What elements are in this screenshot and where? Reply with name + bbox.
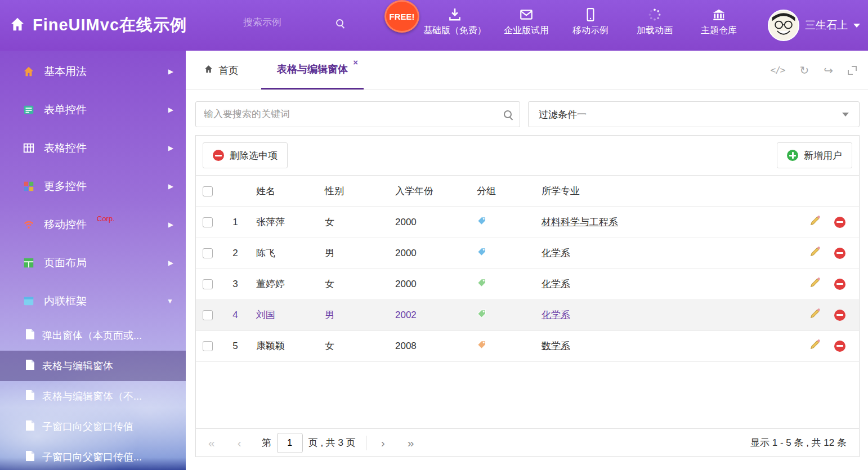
chevron-right-icon: ▶: [168, 182, 173, 190]
major-link[interactable]: 化学系: [542, 279, 570, 289]
edit-icon[interactable]: [809, 246, 821, 260]
row-checkbox[interactable]: [203, 217, 213, 227]
header-search: [243, 17, 359, 28]
sidebar-item-iframe[interactable]: 内联框架 ▼: [0, 282, 186, 320]
major-link[interactable]: 化学系: [542, 248, 570, 258]
sidebar-item-label: 表格控件: [44, 141, 87, 155]
tab-grid-edit-window[interactable]: 表格与编辑窗体 ×: [261, 51, 364, 89]
sidebar-subitem-child-to-parent[interactable]: 子窗口向父窗口传值: [0, 411, 186, 442]
nav-enterprise-trial[interactable]: 企业版试用: [502, 7, 551, 37]
nav-theme-repo[interactable]: 主题仓库: [695, 7, 743, 37]
chevron-down-icon: [853, 24, 860, 28]
filter-dropdown[interactable]: 过滤条件一: [528, 101, 860, 127]
tab-home[interactable]: 首页: [196, 51, 247, 89]
chevron-right-icon: ▶: [168, 259, 173, 267]
table-icon: [23, 142, 35, 154]
sidebar-subitem-child-to-parent-2[interactable]: 子窗口向父窗口传值...: [0, 442, 186, 470]
sidebar: 基本用法 ▶ 表单控件 ▶ 表格控件 ▶ 更多控件 ▶ 移动控件 Corp. ▶…: [0, 51, 186, 470]
row-checkbox[interactable]: [203, 279, 213, 289]
delete-selected-button[interactable]: 删除选中项: [203, 142, 288, 168]
major-link[interactable]: 数学系: [542, 341, 570, 351]
keyword-search-input[interactable]: [204, 109, 504, 120]
prev-page-button[interactable]: ‹: [238, 436, 241, 450]
sidebar-item-label: 更多控件: [44, 179, 87, 194]
nav-mobile-demo[interactable]: 移动示例: [566, 7, 615, 37]
app-title: FineUIMvc在线示例: [33, 14, 187, 37]
user-menu[interactable]: 三生石上: [768, 0, 860, 51]
keyword-search: [195, 101, 520, 127]
sidebar-subitem-grid-edit-window[interactable]: 表格与编辑窗体: [0, 351, 186, 381]
tag-icon[interactable]: [477, 247, 486, 257]
row-checkbox[interactable]: [203, 310, 213, 320]
tab-bar: 首页 表格与编辑窗体 × </> ↻ ↪: [186, 51, 868, 90]
sidebar-item-mobile-controls[interactable]: 移动控件 Corp. ▶: [0, 205, 186, 244]
table-row[interactable]: 3 董婷婷 女 2000 化学系: [196, 268, 859, 299]
row-checkbox[interactable]: [203, 248, 213, 258]
fullscreen-icon[interactable]: [848, 66, 857, 75]
sidebar-subitem-label: 表格与编辑窗体: [42, 359, 113, 373]
chevron-down-icon: [842, 113, 849, 117]
caret-down-icon: ▼: [167, 297, 173, 305]
tag-icon[interactable]: [477, 216, 486, 226]
cell-gender: 女: [316, 207, 387, 238]
tab-label: 表格与编辑窗体: [277, 62, 348, 76]
mail-icon: [519, 7, 534, 22]
major-link[interactable]: 化学系: [542, 310, 570, 320]
delete-icon[interactable]: [834, 310, 845, 321]
table-row[interactable]: 2 陈飞 男 2000 化学系: [196, 238, 859, 268]
sidebar-item-more-controls[interactable]: 更多控件 ▶: [0, 167, 186, 205]
sidebar-item-label: 移动控件: [44, 217, 87, 232]
edit-icon[interactable]: [809, 339, 821, 353]
first-page-button[interactable]: «: [208, 436, 215, 450]
sidebar-item-form-controls[interactable]: 表单控件 ▶: [0, 91, 186, 129]
add-user-button[interactable]: 新增用户: [777, 142, 852, 168]
edit-icon[interactable]: [809, 308, 821, 322]
table-row-selected[interactable]: 4 刘国 男 2002 化学系: [196, 299, 859, 330]
page-icon: [26, 420, 34, 433]
share-icon[interactable]: ↪: [824, 64, 833, 77]
sidebar-subitem-popup-window[interactable]: 弹出窗体（本页面或...: [0, 320, 186, 351]
close-icon[interactable]: ×: [353, 57, 358, 67]
sidebar-item-basic-usage[interactable]: 基本用法 ▶: [0, 52, 186, 91]
cell-name: 陈飞: [248, 238, 316, 268]
search-icon[interactable]: [504, 110, 512, 118]
last-page-button[interactable]: »: [408, 436, 414, 450]
sidebar-item-grid-controls[interactable]: 表格控件 ▶: [0, 129, 186, 167]
edit-icon[interactable]: [809, 277, 821, 291]
refresh-icon[interactable]: ↻: [799, 64, 809, 77]
table-row[interactable]: 5 康颖颖 女 2008 数学系: [196, 330, 859, 361]
sidebar-subitem-label: 子窗口向父窗口传值: [42, 420, 133, 433]
column-header: 入学年份: [387, 176, 468, 207]
delete-icon[interactable]: [834, 217, 845, 228]
sidebar-item-page-layout[interactable]: 页面布局 ▶: [0, 244, 186, 282]
table-row[interactable]: 1 张萍萍 女 2000 材料科学与工程系: [196, 207, 859, 238]
search-icon[interactable]: [336, 19, 343, 26]
corp-badge: Corp.: [97, 214, 115, 223]
nav-loading-animation[interactable]: 加载动画: [630, 7, 679, 37]
tag-icon[interactable]: [477, 340, 486, 350]
nav-label: 基础版（免费）: [423, 25, 486, 37]
cell-name: 刘国: [248, 299, 316, 330]
page-icon: [26, 390, 34, 403]
students-table: 姓名 性别 入学年份 分组 所学专业 1 张萍萍 女 2000: [196, 176, 859, 362]
brand[interactable]: FineUIMvc在线示例: [9, 0, 187, 51]
sidebar-subitem-label: 弹出窗体（本页面或...: [42, 329, 142, 342]
edit-icon[interactable]: [809, 215, 821, 229]
select-all-checkbox[interactable]: [203, 186, 213, 196]
row-checkbox[interactable]: [203, 341, 213, 351]
tag-icon[interactable]: [477, 309, 486, 319]
nav-basic-free[interactable]: 基础版（免费）: [423, 7, 486, 37]
page-number-input[interactable]: [277, 433, 303, 453]
header-search-input[interactable]: [243, 17, 336, 28]
delete-icon[interactable]: [834, 341, 845, 352]
sidebar-subitem-grid-edit-window-2[interactable]: 表格与编辑窗体（不...: [0, 381, 186, 411]
minus-circle-icon: [213, 150, 224, 161]
delete-icon[interactable]: [834, 248, 845, 259]
major-link[interactable]: 材料科学与工程系: [542, 217, 618, 227]
tag-icon[interactable]: [477, 278, 486, 288]
row-number: 1: [223, 207, 248, 238]
delete-icon[interactable]: [834, 279, 845, 290]
source-code-icon[interactable]: </>: [771, 65, 785, 75]
chevron-right-icon: ▶: [168, 221, 173, 229]
next-page-button[interactable]: ›: [381, 436, 385, 450]
